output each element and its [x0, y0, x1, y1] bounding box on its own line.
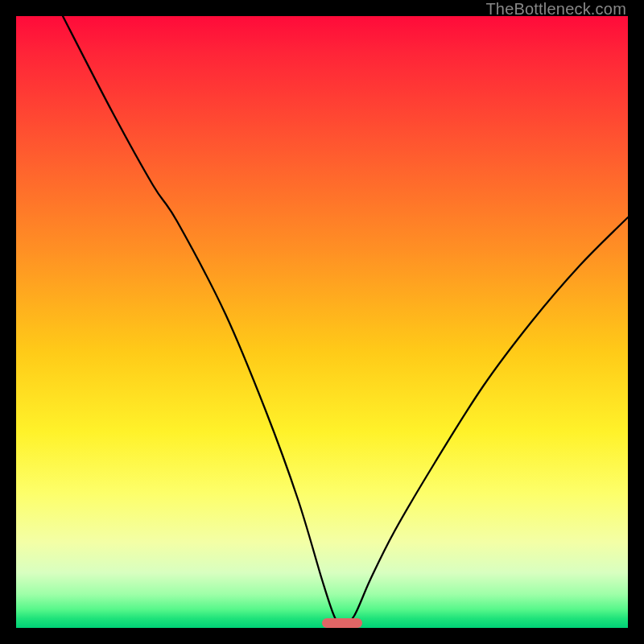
minimum-marker [322, 618, 362, 628]
chart-frame: TheBottleneck.com [0, 0, 644, 644]
plot-area [16, 16, 628, 628]
bottleneck-curve [63, 16, 628, 626]
curve-svg [16, 16, 628, 628]
